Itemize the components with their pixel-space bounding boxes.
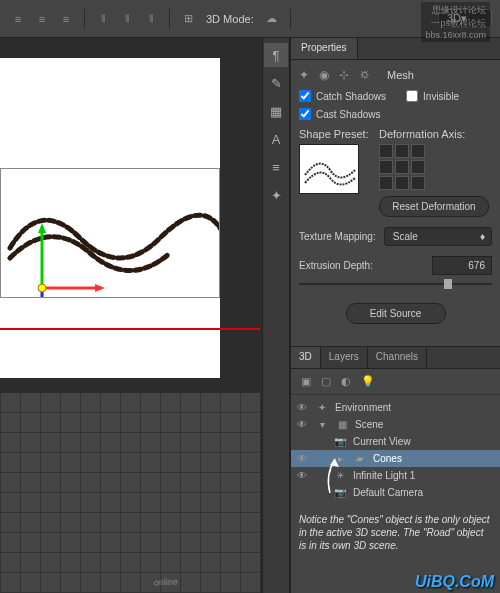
- align-to-icon[interactable]: ⊞: [178, 9, 198, 29]
- extrusion-slider[interactable]: [299, 279, 492, 289]
- texture-mapping-label: Texture Mapping:: [299, 231, 376, 242]
- properties-tab[interactable]: Properties: [291, 38, 358, 59]
- mode-label: 3D Mode:: [206, 13, 254, 25]
- distribute-icon-3[interactable]: ⫴: [141, 9, 161, 29]
- deformation-axis-grid[interactable]: [379, 144, 492, 190]
- coord-icon[interactable]: ⊹: [339, 68, 349, 82]
- annotation-arrow: [315, 455, 345, 495]
- tree-environment[interactable]: 👁✦Environment: [291, 399, 500, 416]
- filter-mesh-icon[interactable]: ▢: [321, 375, 331, 388]
- eyedropper-icon[interactable]: ✎: [264, 71, 288, 95]
- reset-deformation-button[interactable]: Reset Deformation: [379, 196, 489, 217]
- materials-icon[interactable]: ✦: [299, 68, 309, 82]
- align-icon[interactable]: ≡: [8, 9, 28, 29]
- distribute-icon[interactable]: ⫴: [93, 9, 113, 29]
- mesh-label: Mesh: [387, 69, 414, 81]
- paragraph-panel-icon[interactable]: ¶: [264, 43, 288, 67]
- tab-layers[interactable]: Layers: [321, 347, 368, 368]
- watermark-online: online: [154, 577, 178, 588]
- tab-channels[interactable]: Channels: [368, 347, 427, 368]
- shape-preset-thumb[interactable]: [299, 144, 359, 194]
- edit-source-button[interactable]: Edit Source: [346, 303, 446, 324]
- catch-shadows-label: Catch Shadows: [316, 91, 386, 102]
- texture-mapping-select[interactable]: Scale♦: [384, 227, 492, 246]
- filter-light-icon[interactable]: 💡: [361, 375, 375, 388]
- bounding-box: [0, 168, 220, 298]
- invisible-checkbox[interactable]: [406, 90, 418, 102]
- cast-shadows-checkbox[interactable]: [299, 108, 311, 120]
- tab-3d[interactable]: 3D: [291, 347, 321, 368]
- deformation-axis-label: Deformation Axis:: [379, 128, 492, 140]
- mesh-icon[interactable]: ◉: [319, 68, 329, 82]
- canvas-area[interactable]: [0, 38, 262, 593]
- watermark-bottom: UiBQ.CoM: [415, 573, 494, 591]
- tree-current-view[interactable]: 📷Current View: [291, 433, 500, 450]
- swatches-icon[interactable]: ▦: [264, 99, 288, 123]
- filter-scene-icon[interactable]: ▣: [301, 375, 311, 388]
- extrusion-depth-label: Extrusion Depth:: [299, 260, 373, 271]
- cast-shadows-label: Cast Shadows: [316, 109, 380, 120]
- shape-preset-label: Shape Preset:: [299, 128, 369, 140]
- type-tool-icon[interactable]: A: [264, 127, 288, 151]
- cap-icon[interactable]: ⛭: [359, 68, 371, 82]
- right-panel: Properties ✦ ◉ ⊹ ⛭ Mesh Catch Shadows In…: [290, 38, 500, 593]
- catch-shadows-checkbox[interactable]: [299, 90, 311, 102]
- extrusion-depth-input[interactable]: [432, 256, 492, 275]
- distribute-icon-2[interactable]: ⫴: [117, 9, 137, 29]
- filter-material-icon[interactable]: ◐: [341, 375, 351, 388]
- tree-scene[interactable]: 👁▾▦Scene: [291, 416, 500, 433]
- align-icon-2[interactable]: ≡: [32, 9, 52, 29]
- clone-source-icon[interactable]: ✦: [264, 183, 288, 207]
- paragraph-icon[interactable]: ≡: [264, 155, 288, 179]
- cloud-icon[interactable]: ☁: [262, 9, 282, 29]
- annotation-text: Notice the "Cones" object is the only ob…: [299, 513, 492, 552]
- mini-toolbar: ¶ ✎ ▦ A ≡ ✦: [262, 38, 290, 593]
- ground-grid: [0, 393, 260, 593]
- horizon-line: [0, 328, 260, 330]
- filter-icons-row: ▣ ▢ ◐ 💡: [291, 369, 500, 395]
- watermark-top: 思缘设计论坛 一ps教程论坛 bbs.16xx8.com: [421, 2, 490, 42]
- invisible-label: Invisible: [423, 91, 459, 102]
- align-icon-3[interactable]: ≡: [56, 9, 76, 29]
